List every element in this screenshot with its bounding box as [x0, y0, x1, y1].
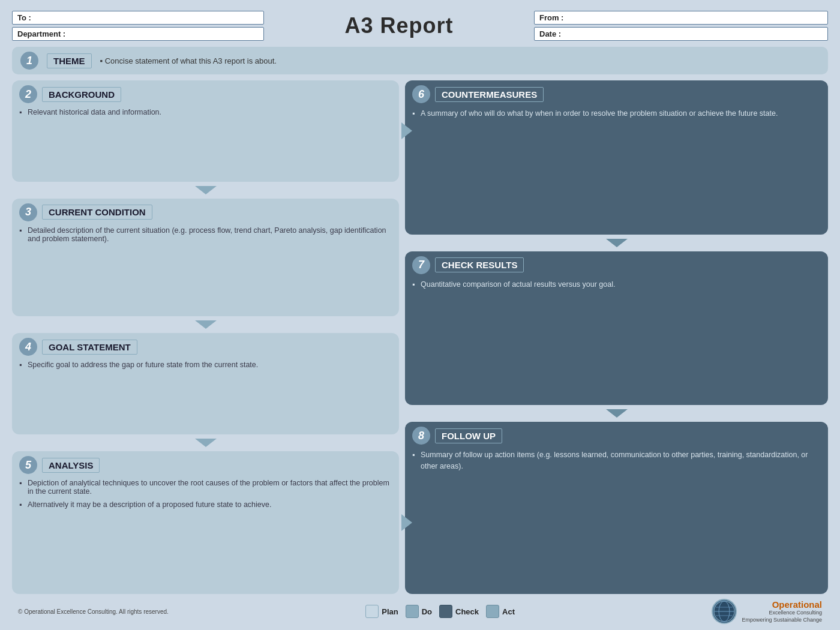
arrow-down-icon-3: [195, 439, 217, 447]
background-header: 2 BACKGROUND: [19, 85, 392, 103]
follow-up-title: FOLLOW UP: [435, 428, 502, 443]
arrow-connector-5: [405, 410, 828, 417]
countermeasures-header: 6 COUNTERMEASURES: [412, 85, 821, 103]
follow-up-header: 8 FOLLOW UP: [412, 427, 821, 445]
analysis-bullet-1: Depiction of analytical techniques to un…: [19, 479, 392, 496]
background-badge: 2: [19, 85, 37, 103]
legend-do: Do: [406, 605, 432, 618]
current-condition-badge: 3: [19, 203, 37, 221]
left-column: 2 BACKGROUND Relevant historical data an…: [12, 80, 399, 594]
footer: © Operational Excellence Consulting. All…: [12, 600, 828, 623]
countermeasures-section: 6 COUNTERMEASURES A summary of who will …: [405, 80, 828, 235]
date-field: Date :: [534, 27, 828, 41]
current-condition-header: 3 CURRENT CONDITION: [19, 203, 392, 221]
check-results-title: CHECK RESULTS: [435, 257, 524, 272]
legend-check-box: [439, 605, 452, 618]
background-section: 2 BACKGROUND Relevant historical data an…: [12, 80, 399, 182]
right-column: 6 COUNTERMEASURES A summary of who will …: [405, 80, 828, 594]
to-field: To :: [12, 11, 264, 25]
legend-do-box: [406, 605, 419, 618]
legend-do-label: Do: [422, 607, 432, 616]
legend-act: Act: [486, 605, 515, 618]
arrow-connector-3: [12, 439, 399, 446]
check-results-badge: 7: [412, 256, 430, 274]
follow-up-bullet: Summary of follow up action items (e.g. …: [412, 449, 821, 472]
countermeasures-badge: 6: [412, 85, 430, 103]
copyright-text: © Operational Excellence Consulting. All…: [18, 608, 169, 615]
arrow-down-icon-5: [606, 409, 628, 418]
arrow-down-icon-4: [606, 239, 628, 247]
to-label: To :: [17, 13, 31, 22]
theme-badge: 1: [20, 52, 38, 70]
background-bullet: Relevant historical data and information…: [19, 108, 392, 116]
analysis-badge: 5: [19, 456, 37, 474]
check-results-section: 7 CHECK RESULTS Quantitative comparison …: [405, 251, 828, 406]
arrow-connector-4: [405, 239, 828, 247]
analysis-title: ANALYSIS: [42, 458, 100, 473]
legend: Plan Do Check Act: [365, 605, 515, 618]
theme-title: THEME: [47, 53, 92, 68]
check-results-bullet: Quantitative comparison of actual result…: [412, 279, 821, 290]
legend-check: Check: [439, 605, 479, 618]
date-label: Date :: [539, 29, 561, 38]
logo-sub-text: Excellence Consulting Empowering Sustain…: [742, 610, 822, 623]
legend-check-label: Check: [455, 607, 479, 616]
follow-up-badge: 8: [412, 427, 430, 445]
page-title: A3 Report: [270, 13, 528, 38]
background-title: BACKGROUND: [42, 87, 121, 102]
current-condition-section: 3 CURRENT CONDITION Detailed description…: [12, 199, 399, 316]
arrow-down-icon-2: [195, 320, 217, 329]
analysis-bullet-2: Alternatively it may be a description of…: [19, 500, 392, 509]
legend-plan: Plan: [365, 605, 398, 618]
background-arrow: [401, 122, 412, 139]
theme-bullet: ▪ Concise statement of what this A3 repo…: [100, 56, 277, 65]
arrow-right-icon-2: [401, 514, 412, 531]
legend-act-label: Act: [502, 607, 515, 616]
arrow-right-icon: [401, 122, 412, 139]
goal-statement-badge: 4: [19, 338, 37, 356]
check-results-header: 7 CHECK RESULTS: [412, 256, 821, 274]
analysis-header: 5 ANALYSIS: [19, 456, 392, 474]
follow-up-section: 8 FOLLOW UP Summary of follow up action …: [405, 422, 828, 594]
goal-statement-header: 4 GOAL STATEMENT: [19, 338, 392, 356]
analysis-section: 5 ANALYSIS Depiction of analytical techn…: [12, 451, 399, 594]
from-label: From :: [539, 13, 563, 22]
logo-text: Operational Excellence Consulting Empowe…: [742, 599, 822, 623]
header-right: From : Date :: [534, 11, 828, 41]
header: To : Department : A3 Report From : Date …: [12, 11, 828, 41]
footer-logo: Operational Excellence Consulting Empowe…: [712, 599, 822, 624]
legend-act-box: [486, 605, 499, 618]
legend-plan-box: [365, 605, 379, 618]
countermeasures-bullet: A summary of who will do what by when in…: [412, 108, 821, 119]
current-condition-bullet: Detailed description of the current situ…: [19, 226, 392, 243]
countermeasures-title: COUNTERMEASURES: [435, 87, 544, 102]
from-field: From :: [534, 11, 828, 25]
legend-plan-label: Plan: [382, 607, 398, 616]
department-label: Department :: [17, 29, 65, 38]
current-condition-title: CURRENT CONDITION: [42, 205, 152, 220]
goal-statement-section: 4 GOAL STATEMENT Specific goal to addres…: [12, 333, 399, 434]
logo-main-text: Operational: [742, 599, 822, 610]
goal-statement-title: GOAL STATEMENT: [42, 340, 137, 355]
arrow-connector-2: [12, 321, 399, 328]
arrow-connector-1: [12, 187, 399, 194]
main-content: 2 BACKGROUND Relevant historical data an…: [12, 80, 828, 594]
header-left: To : Department :: [12, 11, 264, 41]
goal-statement-bullet: Specific goal to address the gap or futu…: [19, 361, 392, 369]
page-wrapper: To : Department : A3 Report From : Date …: [0, 0, 840, 630]
analysis-arrow: [401, 514, 412, 531]
theme-section: 1 THEME ▪ Concise statement of what this…: [12, 47, 828, 74]
arrow-down-icon-1: [195, 186, 217, 194]
department-field: Department :: [12, 27, 264, 41]
logo-globe-icon: [712, 599, 737, 624]
